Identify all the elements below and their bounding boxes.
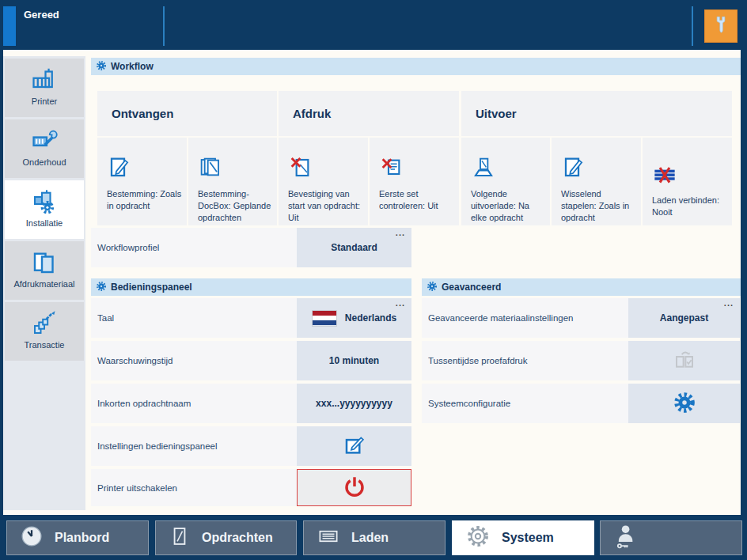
group-header-label: Afdruk [293, 107, 331, 120]
tab-label: Planbord [55, 531, 109, 545]
printer-icon [5, 65, 84, 95]
sidebar-item-label: Printer [5, 96, 84, 106]
tab-label: Systeem [502, 531, 554, 545]
proof-print-icon [672, 347, 697, 375]
materiaalinstellingen-value-button[interactable]: ... Aangepast [628, 298, 740, 338]
row-label-text: Printer uitschakelen [97, 483, 177, 493]
row-label-text: Waarschuwingstijd [97, 356, 173, 365]
doc-edit-icon [107, 155, 132, 184]
materiaalinstellingen-label: Geavanceerde materiaalinstellingen [422, 298, 628, 338]
taal-value-button[interactable]: ... Nederlands [297, 298, 411, 338]
status-bar: Gereed [0, 0, 747, 50]
status-accent-bar [3, 6, 16, 46]
instellingen-bedieningspaneel-label: Instellingen bedieningspaneel [91, 426, 297, 466]
tab-label: Laden [351, 531, 389, 545]
trays-cancel-icon [652, 161, 677, 190]
tab-systeem[interactable]: Systeem [452, 520, 594, 555]
waarschuwingstijd-value-button[interactable]: 10 minuten [297, 341, 411, 380]
workflowprofiel-value: Standaard [331, 242, 377, 253]
waarschuwingstijd-value: 10 minuten [329, 355, 379, 366]
nl-flag-icon [312, 310, 337, 327]
materiaalinstellingen-value: Aangepast [660, 312, 708, 324]
gear-icon [673, 391, 696, 417]
sidebar-item-installatie[interactable]: Installatie [5, 180, 84, 239]
workflow-item-bevestiging[interactable]: Bevestiging van start van opdracht: Uit [279, 138, 368, 225]
waarschuwingstijd-label: Waarschuwingstijd [91, 341, 297, 380]
workflow-item-bestemming[interactable]: Bestemming: Zoals in opdracht [97, 138, 187, 225]
sidebar-item-label: Transactie [5, 340, 84, 350]
advanced-section-title: Geavanceerd [442, 282, 501, 293]
sidebar-item-label: Installatie [5, 218, 84, 228]
gear-icon [465, 524, 491, 552]
workflow-item-wisselend-stapelen[interactable]: Wisselend stapelen: Zoals in opdracht [552, 138, 641, 225]
workflow-section-header: Workflow [91, 58, 741, 75]
proefafdruk-button-disabled[interactable] [628, 341, 740, 380]
printer-uitschakelen-button[interactable] [297, 469, 411, 506]
transaction-icon [5, 308, 84, 339]
taal-label: Taal [91, 298, 297, 338]
print-media-icon [5, 248, 84, 278]
group-header-label: Uitvoer [476, 107, 517, 120]
service-wrench-button[interactable] [704, 9, 738, 43]
sidebar-item-afdrukmateriaal[interactable]: Afdrukmateriaal [5, 241, 84, 300]
doc-edit-icon [561, 155, 586, 184]
power-icon [342, 474, 367, 501]
status-bar-divider [163, 6, 165, 46]
doc-cancel-icon [288, 155, 313, 184]
row-label-text: Workflowprofiel [97, 243, 159, 252]
advanced-section-header: Geavanceerd [422, 278, 741, 296]
wrench-icon [711, 14, 731, 38]
workflow-section-title: Workflow [111, 61, 154, 72]
workflow-item-uitvoerlade[interactable]: Volgende uitvoerlade: Na elke opdracht [461, 138, 550, 225]
doc-cancel-icon [379, 155, 404, 184]
user-key-icon [613, 523, 640, 553]
tray-icon [317, 524, 340, 551]
workflow-item-docbox[interactable]: Bestemming-DocBox: Geplande opdrachten [188, 138, 277, 225]
sidebar-item-onderhoud[interactable]: Onderhoud [5, 119, 84, 178]
control-panel-section-title: Bedieningspaneel [111, 282, 192, 293]
row-label-text: Tussentijdse proefafdruk [428, 356, 528, 365]
systeemconfiguratie-button[interactable] [628, 384, 740, 423]
more-options-marker: ... [724, 298, 734, 308]
output-tray-icon [471, 155, 496, 184]
document-icon [169, 525, 191, 551]
clock-icon [20, 524, 44, 551]
workflow-item-eerste-set[interactable]: Eerste set controleren: Uit [370, 138, 459, 225]
systeemconfiguratie-label: Systeemconfiguratie [422, 384, 628, 423]
printer-uitschakelen-label: Printer uitschakelen [91, 469, 297, 506]
sidebar-item-transactie[interactable]: Transactie [5, 302, 84, 361]
sidebar-item-label: Afdrukmateriaal [5, 279, 84, 289]
tab-opdrachten[interactable]: Opdrachten [155, 520, 297, 555]
installation-icon [5, 187, 84, 217]
taal-value: Nederlands [345, 312, 396, 324]
inkorten-opdrachtnaam-value-button[interactable]: xxx...yyyyyyyyyy [297, 384, 411, 423]
workflowprofiel-value-button[interactable]: ... Standaard [297, 228, 411, 267]
more-options-marker: ... [396, 298, 405, 308]
tab-laden[interactable]: Laden [303, 520, 446, 555]
edit-square-icon [343, 433, 366, 460]
status-bar-divider-right [692, 6, 693, 46]
instellingen-bedieningspaneel-button[interactable] [297, 426, 411, 466]
control-panel-section-header: Bedieningspaneel [91, 278, 411, 296]
docs-stack-icon [198, 155, 223, 184]
group-header-afdruk: Afdruk [279, 91, 459, 136]
group-header-label: Ontvangen [112, 107, 173, 120]
group-header-uitvoer: Uitvoer [461, 91, 732, 136]
workflow-item-label: Bestemming: Zoals in opdracht [107, 188, 182, 212]
row-label-text: Inkorten opdrachtnaam [97, 399, 191, 408]
maintenance-icon [5, 126, 84, 156]
workflow-item-label: Wisselend stapelen: Zoals in opdracht [561, 188, 636, 224]
workflowprofiel-label: Workflowprofiel [91, 228, 297, 267]
advanced-section-icon [427, 281, 438, 294]
workflow-item-label: Volgende uitvoerlade: Na elke opdracht [471, 188, 545, 224]
tab-login-user[interactable] [600, 520, 742, 555]
printer-status-text: Gereed [24, 9, 59, 21]
row-label-text: Systeemconfiguratie [428, 399, 510, 408]
sidebar-item-label: Onderhoud [5, 157, 84, 167]
printer-settings-screen: Gereed Printer [0, 0, 747, 560]
group-header-ontvangen: Ontvangen [97, 91, 277, 136]
sidebar-item-printer[interactable]: Printer [5, 59, 84, 117]
tab-planbord[interactable]: Planbord [6, 520, 149, 555]
workflow-item-laden-verbinden[interactable]: Laden verbinden: Nooit [643, 138, 732, 225]
workflow-item-label: Bestemming-DocBox: Geplande opdrachten [198, 188, 272, 224]
